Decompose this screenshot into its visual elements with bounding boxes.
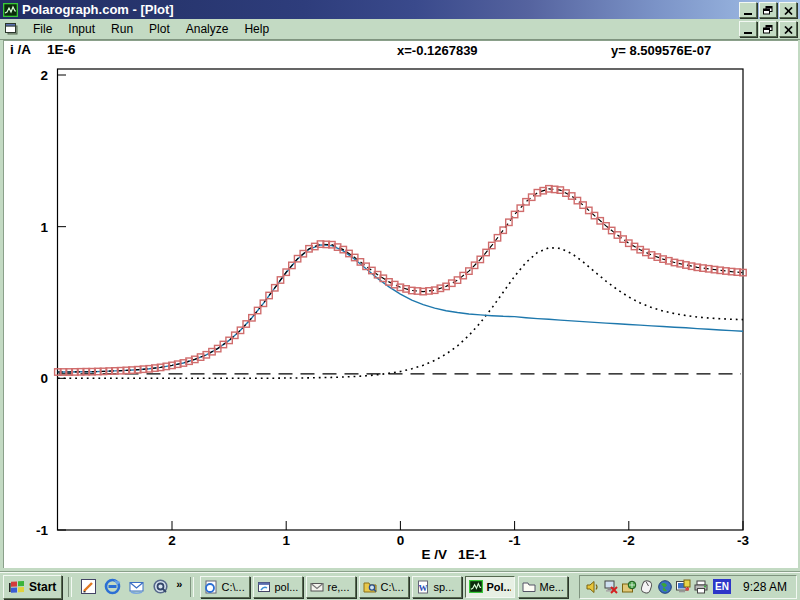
menu-item-help[interactable]: Help <box>236 20 277 38</box>
system-tray: EN 9:28 AM <box>579 575 797 599</box>
task-button-folder[interactable]: Me... <box>518 576 568 598</box>
removable-device-icon[interactable] <box>621 579 637 595</box>
minimize-icon <box>744 32 752 34</box>
window-title: Polarograph.com - [Plot] <box>22 2 174 17</box>
restore-icon <box>763 25 773 34</box>
menu-bar: File Input Run Plot Analyze Help <box>0 19 800 40</box>
taskbar: Start » C:\... pol... <box>0 572 800 600</box>
internet-globe-icon[interactable] <box>657 579 673 595</box>
taskbar-divider <box>68 577 72 597</box>
document-pen-icon[interactable] <box>80 578 97 595</box>
envelope-icon <box>310 580 324 594</box>
quicktime-icon[interactable] <box>152 578 169 595</box>
child-minimize-button[interactable] <box>739 21 757 37</box>
app-window-icon <box>257 580 271 594</box>
menu-item-file[interactable]: File <box>25 20 60 38</box>
display-settings-icon[interactable] <box>675 579 691 595</box>
polarograph-app-icon[interactable] <box>3 3 18 17</box>
minimize-icon <box>744 13 752 15</box>
windows-logo-icon <box>9 579 26 594</box>
plot-document-icon[interactable] <box>4 22 19 36</box>
polarograph-app-icon <box>469 580 483 593</box>
svg-text:W: W <box>419 582 428 592</box>
task-button-mail[interactable]: re,... <box>306 576 356 598</box>
restore-button[interactable] <box>759 2 777 18</box>
minimize-button[interactable] <box>739 2 757 18</box>
quick-launch-overflow-chevron[interactable]: » <box>176 578 182 590</box>
printer-icon[interactable] <box>693 579 709 595</box>
close-icon <box>784 26 793 34</box>
task-button-pol-window[interactable]: pol... <box>253 576 303 598</box>
child-restore-button[interactable] <box>759 21 777 37</box>
restore-icon <box>763 6 773 15</box>
cursor-y-readout: y= 8.509576E-07 <box>611 43 711 58</box>
internet-explorer-icon[interactable] <box>104 578 121 595</box>
folder-icon <box>522 580 536 594</box>
title-bar: Polarograph.com - [Plot] <box>0 0 800 19</box>
menu-item-plot[interactable]: Plot <box>141 20 178 38</box>
network-offline-icon[interactable] <box>603 579 619 595</box>
taskbar-divider <box>190 577 194 597</box>
child-close-button[interactable] <box>779 21 797 37</box>
menu-item-run[interactable]: Run <box>103 20 141 38</box>
folder-search-icon <box>363 580 377 594</box>
language-indicator[interactable]: EN <box>713 579 731 594</box>
cursor-x-readout: x=-0.1267839 <box>397 43 478 58</box>
taskbar-clock: 9:28 AM <box>743 580 787 594</box>
task-button-browser[interactable]: C:\... <box>200 576 250 598</box>
start-label: Start <box>29 580 56 594</box>
close-button[interactable] <box>779 2 797 18</box>
start-button[interactable]: Start <box>3 575 62 599</box>
plot-client-area[interactable] <box>3 40 798 568</box>
menu-item-input[interactable]: Input <box>60 20 103 38</box>
ie-page-icon <box>204 580 218 594</box>
mouse-icon[interactable] <box>639 579 655 595</box>
word-document-icon: W <box>416 580 430 594</box>
task-button-word-doc[interactable]: W sp... <box>412 576 462 598</box>
task-button-explorer-search[interactable]: C:\... <box>359 576 409 598</box>
menu-item-analyze[interactable]: Analyze <box>178 20 237 38</box>
volume-icon[interactable] <box>585 579 601 595</box>
desktop: { "window": { "title": "Polarograph.com … <box>0 0 800 600</box>
close-icon <box>784 7 793 15</box>
task-button-polarograph[interactable]: Pol... <box>465 576 515 598</box>
outlook-express-icon[interactable] <box>128 578 145 595</box>
